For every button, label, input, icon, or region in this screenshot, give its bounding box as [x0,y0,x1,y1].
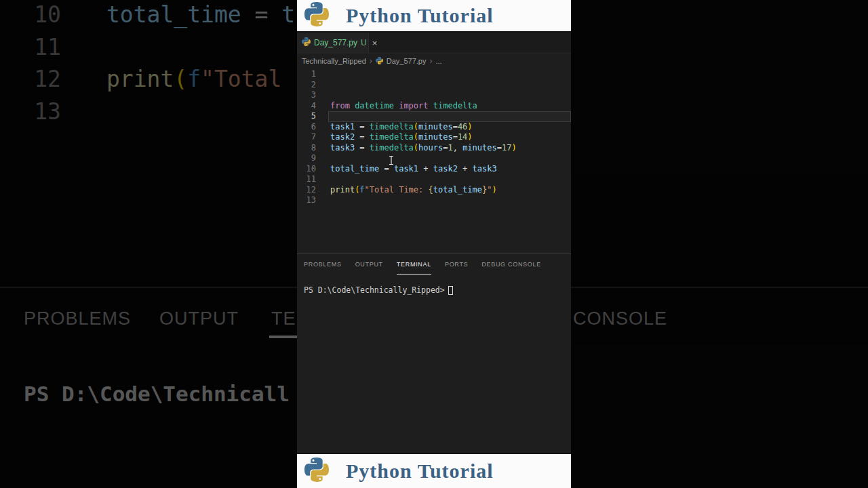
code-token: ( [174,66,187,92]
code-token: hours [418,143,443,152]
breadcrumb-file[interactable]: Day_577.py [387,57,427,65]
code-line[interactable]: 6task1 = timedelta(minutes=46) [297,122,571,133]
panel-tab-ports[interactable]: PORTS [445,261,468,274]
code-token: f [359,185,364,195]
code-token: = [453,132,458,142]
ghost-line-number: 13 [20,98,61,125]
code-token: ( [414,122,418,131]
code-token: task3 [473,164,497,174]
code-token: datetime [355,101,394,110]
code-token: minutes [462,143,497,152]
code-token: = [453,122,458,131]
line-number: 6 [297,122,316,133]
bottom-panel: PROBLEMSOUTPUTTERMINALPORTSDEBUG CONSOLE… [297,254,571,453]
editor-tab-bar: Day_577.py U × [297,33,571,54]
python-file-icon [302,37,311,48]
code-token: + [458,164,473,174]
code-token: task3 [330,143,355,152]
code-line[interactable]: 4from datetime import timedelta [297,101,571,112]
code-token: task1 [394,164,418,174]
code-token: ) [492,185,496,195]
code-line[interactable]: 10total_time = task1 + task2 + task3 [297,164,571,175]
code-line[interactable]: 12print(f"Total Time: {total_time}") [297,185,571,196]
line-number: 13 [297,195,316,206]
code-token: import [399,101,428,110]
code-line-content: from datetime import timedelta [328,101,571,112]
bottom-banner: Python Tutorial [297,453,571,488]
tab-label: Day_577.py [314,38,357,47]
code-token: 46 [458,122,467,131]
line-number: 2 [297,80,316,91]
code-token: 14 [458,132,467,142]
line-number: 7 [297,132,316,143]
ghost-code-line: print(f"Total [106,66,281,92]
code-token: timedelta [370,143,414,152]
python-logo-icon [304,458,330,485]
code-token: "Total Time: [365,185,429,195]
line-number: 3 [297,90,316,101]
code-token: ) [467,122,472,131]
code-line[interactable]: 13 [297,195,571,206]
top-banner: Python Tutorial [297,0,571,33]
line-number: 10 [297,164,316,175]
line-number: 11 [297,174,316,185]
line-number: 12 [297,185,316,196]
panel-tab-output[interactable]: OUTPUT [355,261,383,274]
panel-tab-debug-console[interactable]: DEBUG CONSOLE [481,261,541,274]
code-line[interactable]: 3 [297,90,571,101]
code-token: = [355,132,370,142]
ghost-code-line: total_time = t [106,1,295,28]
code-token: { [429,185,433,195]
ghost-terminal-prompt: PS D:\Code\Technicall [24,382,290,406]
code-editor[interactable]: 1234from datetime import timedelta56task… [297,68,571,253]
breadcrumb-folder[interactable]: Technically_Ripped [302,57,366,65]
code-token: task2 [330,132,355,142]
code-token: "Total [201,66,281,92]
code-token: minutes [418,122,453,131]
code-token: total_time [106,1,241,28]
terminal[interactable]: PS D:\Code\Technically_Ripped> [304,285,571,295]
code-line-content: task3 = timedelta(hours=1, minutes=17) [328,143,571,154]
banner-title: Python Tutorial [346,460,494,483]
code-token: from [330,101,350,110]
code-line[interactable]: 5 [297,111,571,122]
code-line[interactable]: 8task3 = timedelta(hours=1, minutes=17) [297,143,571,154]
code-line[interactable]: 2 [297,80,571,91]
code-token: = [355,122,370,131]
code-token: f [187,66,201,92]
git-status-badge: U [361,38,367,47]
code-token: total_time [330,164,379,174]
ghost-panel-tab: PROBLEMS [24,308,131,329]
line-number: 8 [297,143,316,154]
line-number: 9 [297,153,316,164]
code-token: print [106,66,174,92]
code-token: 1 [448,143,452,152]
close-icon[interactable]: × [372,38,378,48]
breadcrumb-symbol[interactable]: ... [436,57,442,65]
code-line-content: total_time = task1 + task2 + task3 [328,164,571,175]
text-cursor-pointer-icon [388,155,395,168]
code-token: total_time [433,185,482,195]
line-number: 4 [297,101,316,112]
ghost-terminal-tab-underline [269,336,297,338]
ghost-line-number: 10 [20,1,61,28]
code-line[interactable]: 11 [297,174,571,185]
panel-tab-terminal[interactable]: TERMINAL [397,261,431,274]
code-line[interactable]: 9 [297,153,571,164]
code-token: + [418,164,433,174]
code-token: ) [467,132,472,142]
panel-tab-problems[interactable]: PROBLEMS [304,261,342,274]
line-number: 5 [297,111,316,122]
code-line-content [328,111,571,122]
python-logo-icon [304,2,330,29]
code-token: ( [414,132,418,142]
code-line-content: task1 = timedelta(minutes=46) [328,122,571,133]
editor-tab-day577[interactable]: Day_577.py U × [297,33,369,53]
code-line[interactable]: 7task2 = timedelta(minutes=14) [297,132,571,143]
code-token: timedelta [370,122,414,131]
code-token: timedelta [433,101,477,110]
code-token: = [241,1,282,28]
chevron-right-icon: › [370,56,372,66]
breadcrumb: Technically_Ripped › Day_577.py › ... [297,54,571,68]
code-line[interactable]: 1 [297,69,571,80]
